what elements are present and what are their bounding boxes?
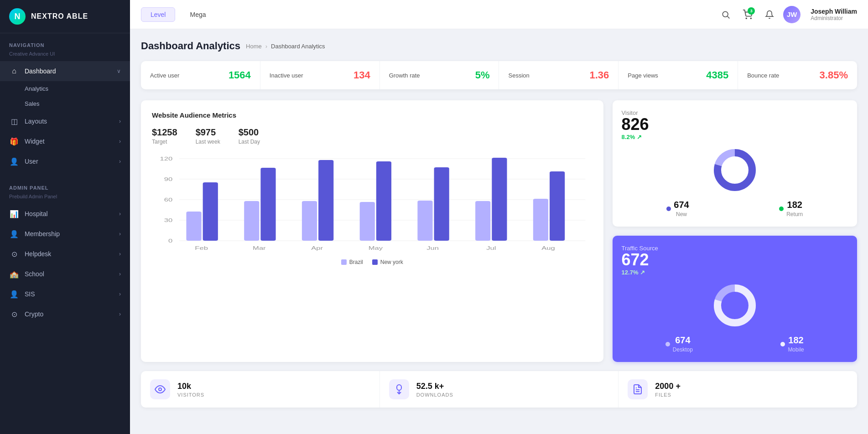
stat-value: 3.85% [820,69,848,81]
sidebar-item-hospital[interactable]: 📊 Hospital › [0,204,130,224]
page-title: Dashboard Analytics [141,40,240,52]
svg-rect-19 [318,160,333,241]
mobile-dot [780,342,785,346]
legend-label-newyork: New york [380,259,403,265]
admin-section-label: ADMIN PANEL [0,176,130,193]
membership-icon: 👤 [9,229,19,239]
visitor-return-label: Return [786,211,803,217]
stat-bounce-rate: Bounce rate 3.85% [738,61,857,89]
traffic-desktop-label: Desktop [673,346,693,353]
logo-text: NEXTRO ABLE [31,12,88,21]
svg-text:Feb: Feb [195,245,208,251]
page-header: Dashboard Analytics Home › Dashboard Ana… [141,40,857,52]
tab-mega[interactable]: Mega [181,8,215,21]
breadcrumb-home[interactable]: Home [246,43,262,50]
new-dot [666,207,671,211]
sidebar-item-crypto[interactable]: ⊙ Crypto › [0,304,130,324]
sidebar: N NEXTRO ABLE NAVIGATION Creative Advanc… [0,0,130,434]
svg-text:0: 0 [168,238,172,244]
traffic-stat-mobile: 182 Mobile [780,335,804,353]
sidebar-item-label: Hospital [25,210,119,217]
stat-inactive-user: Inactive user 134 [260,61,380,89]
visitor-stat-new: 674 New [666,200,689,217]
sidebar-item-label: School [25,270,119,278]
chevron-right-icon: › [119,231,121,237]
sidebar-item-sales[interactable]: Sales [0,96,130,111]
chevron-right-icon: › [119,158,121,165]
sidebar-item-label: Layouts [25,118,119,125]
svg-point-3 [751,18,752,19]
sis-icon: 👤 [9,289,19,299]
svg-point-2 [746,18,747,19]
info-card-downloads: 52.5 k+ DOWNLOADS [380,371,619,408]
svg-rect-17 [260,168,275,241]
logo: N NEXTRO ABLE [0,0,130,33]
crypto-icon: ⊙ [9,309,19,319]
stat-label: Session [508,72,529,79]
search-button[interactable] [717,6,734,23]
sidebar-item-dashboard[interactable]: ⌂ Dashboard ∨ [0,61,130,81]
info-card-content: 10k VISITORS [177,382,204,398]
chart-metrics: $1258 Target $975 Last week $500 Last Da… [152,127,593,145]
legend-dot-brazil [341,259,347,265]
chevron-down-icon: ∨ [117,68,121,74]
chevron-right-icon: › [119,211,121,217]
cart-button[interactable]: 3 [739,6,756,23]
chart-metric-label: Last Day [239,139,260,145]
stat-label: Active user [150,72,179,79]
return-dot [779,207,784,211]
stat-value: 1564 [229,69,251,81]
stat-session: Session 1.36 [499,61,619,89]
topbar: Level Mega 3 JW Joseph William Administr… [130,0,868,29]
sidebar-item-school[interactable]: 🏫 School › [0,264,130,284]
sidebar-item-analytics[interactable]: Analytics [0,81,130,96]
sidebar-item-user[interactable]: 👤 User › [0,151,130,171]
info-card-content: 52.5 k+ DOWNLOADS [416,382,453,398]
bar-chart: 120 90 60 30 0 [152,154,593,254]
svg-point-0 [723,11,728,17]
info-cards-row: 10k VISITORS 52.5 k+ DOWNLOADS [141,371,857,408]
traffic-mobile-count: 182 [788,335,804,346]
svg-text:Aug: Aug [541,245,555,251]
sidebar-item-sis[interactable]: 👤 SIS › [0,284,130,304]
svg-rect-14 [186,212,201,241]
sidebar-item-label: SIS [25,290,119,298]
traffic-header: Traffic Source 672 12.7% ↗ [622,245,848,276]
sidebar-item-helpdesk[interactable]: ⊙ Helpdesk › [0,244,130,264]
sidebar-item-label: Widget [25,138,119,145]
visitor-new-count: 674 [674,200,689,210]
stats-row: Active user 1564 Inactive user 134 Growt… [141,61,857,89]
chart-metric-label: Target [152,139,177,145]
svg-text:May: May [369,245,383,251]
chart-card: Website Audience Metrics $1258 Target $9… [141,100,603,362]
analytics-label: Analytics [25,85,48,92]
sidebar-item-widget[interactable]: 🎁 Widget › [0,131,130,151]
svg-rect-23 [434,167,449,241]
svg-text:Mar: Mar [253,245,266,251]
chart-legend: Brazil New york [152,259,593,265]
traffic-growth: 12.7% ↗ [622,269,658,276]
svg-rect-27 [550,171,565,241]
legend-newyork: New york [372,259,403,265]
chart-metric-lastday: $500 Last Day [239,127,260,145]
page-content: Dashboard Analytics Home › Dashboard Ana… [130,29,868,434]
chart-metric-label: Last week [196,139,220,145]
user-info: Joseph William Administrator [811,8,857,21]
breadcrumb: Home › Dashboard Analytics [246,43,325,50]
notification-button[interactable] [761,6,778,23]
info-card-visitors: 10k VISITORS [141,371,380,408]
sidebar-item-layouts[interactable]: ◫ Layouts › [0,111,130,131]
sidebar-item-membership[interactable]: 👤 Membership › [0,224,130,244]
visitor-donut [622,145,848,195]
svg-line-1 [728,16,730,18]
layers-icon: ◫ [9,116,19,126]
sidebar-item-label: User [25,158,119,165]
tab-level[interactable]: Level [141,7,175,22]
info-lbl-files: FILES [655,392,681,398]
svg-rect-25 [492,158,507,241]
breadcrumb-sep: › [265,43,267,50]
info-lbl-visitors: VISITORS [177,392,204,398]
traffic-stat-desktop: 674 Desktop [665,335,693,353]
user-icon: 👤 [9,156,19,166]
bar-chart-svg: 120 90 60 30 0 [152,154,593,254]
